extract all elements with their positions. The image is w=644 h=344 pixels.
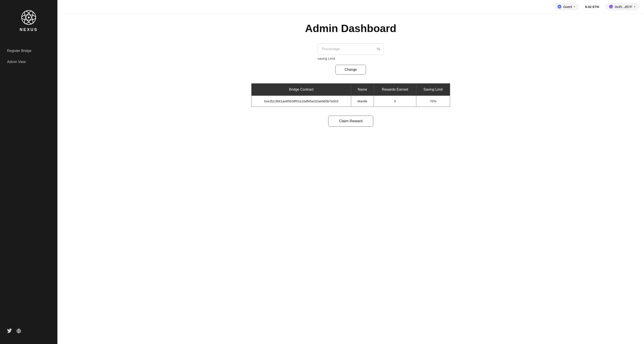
sidebar-logo: NEXUS <box>0 5 58 41</box>
eth-balance: 8.02 ETH <box>582 4 602 10</box>
bridges-table: Bridge Contract Name Rewards Earned Savi… <box>251 83 450 107</box>
page-content: Admin Dashboard % saving Limit Change Br… <box>58 14 644 344</box>
col-name: Name <box>351 84 374 96</box>
col-bridge-contract: Bridge Contract <box>252 84 351 96</box>
table-body: 0xe2b13b61ae85638f01e1bdfefac02aebb5b7e0… <box>252 96 450 107</box>
claim-reward-button[interactable]: Claim Reward <box>328 116 374 127</box>
wallet-chevron-icon: ▾ <box>634 5 636 8</box>
table-section: Bridge Contract Name Rewards Earned Savi… <box>251 83 450 107</box>
svg-point-4 <box>28 17 30 18</box>
saving-limit-label: saving Limit <box>318 57 335 60</box>
main-content: Goerli ▾ 8.02 ETH 0x35...d57F ▾ Admin Da… <box>58 0 644 344</box>
twitter-icon[interactable] <box>7 328 12 333</box>
change-button[interactable]: Change <box>336 65 366 75</box>
nexus-logo-icon <box>21 10 36 25</box>
cell-bridge-contract: 0xe2b13b61ae85638f01e1bdfefac02aebb5b7e0… <box>252 96 351 107</box>
network-selector[interactable]: Goerli ▾ <box>554 3 578 10</box>
percentage-input[interactable] <box>318 43 384 55</box>
topbar: Goerli ▾ 8.02 ETH 0x35...d57F ▾ <box>58 0 644 14</box>
cell-saving-limit: 70% <box>416 96 450 107</box>
wallet-avatar <box>609 5 613 9</box>
table-header-row: Bridge Contract Name Rewards Earned Savi… <box>252 84 450 96</box>
percentage-symbol-icon: % <box>377 47 380 52</box>
sidebar-item-admin-view[interactable]: Admin View <box>0 56 58 68</box>
sidebar: NEXUS Register Bridge Admin View <box>0 0 58 344</box>
wallet-selector[interactable]: 0x35...d57F ▾ <box>606 3 639 10</box>
network-chevron-icon: ▾ <box>574 5 575 8</box>
logo-text: NEXUS <box>20 28 38 32</box>
sidebar-item-register-bridge[interactable]: Register Bridge <box>0 45 58 56</box>
page-title: Admin Dashboard <box>305 22 396 35</box>
network-name: Goerli <box>563 5 572 9</box>
globe-icon[interactable] <box>16 328 21 333</box>
form-section: % saving Limit Change <box>318 43 384 75</box>
col-rewards-earned: Rewards Earned <box>374 84 416 96</box>
sidebar-nav: Register Bridge Admin View <box>0 41 58 323</box>
cell-name: Mantle <box>351 96 374 107</box>
table-header: Bridge Contract Name Rewards Earned Savi… <box>252 84 450 96</box>
cell-rewards-earned: 0 <box>374 96 416 107</box>
col-saving-limit: Saving Limit <box>416 84 450 96</box>
table-row: 0xe2b13b61ae85638f01e1bdfefac02aebb5b7e0… <box>252 96 450 107</box>
sidebar-footer <box>0 323 58 339</box>
wallet-address: 0x35...d57F <box>615 5 632 9</box>
percentage-input-wrapper: % <box>318 43 384 55</box>
network-icon <box>558 5 562 9</box>
